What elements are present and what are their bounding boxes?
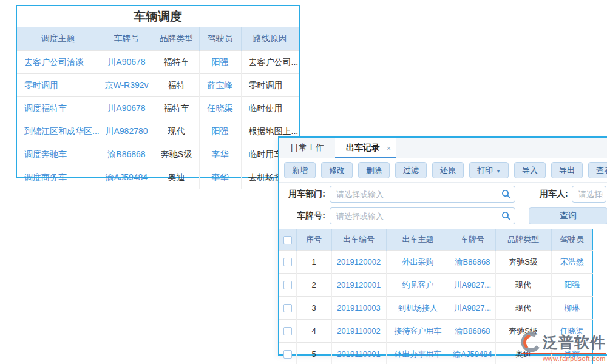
brand-cell: 奔驰S级 xyxy=(154,143,199,166)
fanpu-logo-icon xyxy=(521,332,541,352)
plate-input[interactable] xyxy=(330,207,515,224)
driver-link[interactable]: 李华 xyxy=(199,143,241,166)
close-icon[interactable]: × xyxy=(387,139,391,158)
reason-cell: 临时使用 xyxy=(241,97,299,120)
plate-link[interactable]: 川A90678 xyxy=(100,51,154,74)
table-row: 到锦江区和成华区... 川A982780 现代 阳强 根据地图上... xyxy=(17,120,299,143)
query-button[interactable]: 查询 xyxy=(529,207,607,224)
column-header-topic: 出车主题 xyxy=(386,229,450,251)
restore-button[interactable]: 还原 xyxy=(432,162,464,178)
column-header-code: 出车编号 xyxy=(331,229,386,251)
dept-input[interactable] xyxy=(330,186,515,203)
user-label: 用车人: xyxy=(540,189,568,200)
driver-link[interactable]: 薛宝峰 xyxy=(199,74,241,97)
column-header-plate: 车牌号 xyxy=(450,229,495,251)
table-row: 3 2019110003 到机场接人 川A9827... 现代 柳琳 xyxy=(279,297,593,320)
table-row: 调度商务车 渝AJ59484 奥迪 李华 去机场接... xyxy=(17,166,299,189)
row-checkbox[interactable] xyxy=(283,350,292,359)
search-icon[interactable] xyxy=(501,211,511,221)
table-row: 调度奔驰车 渝B86868 奔驰S级 李华 临时用车 xyxy=(17,143,299,166)
tab-dispatch-records[interactable]: 出车记录 × xyxy=(335,138,396,158)
brand-cell: 福特 xyxy=(154,74,199,97)
plate-link[interactable]: 川A982780 xyxy=(100,120,154,143)
row-checkbox[interactable] xyxy=(283,258,292,266)
brand-cell: 奥迪 xyxy=(154,166,199,189)
view-log-button[interactable]: 查看日志 xyxy=(588,162,607,178)
row-checkbox[interactable] xyxy=(283,281,292,289)
plate-link[interactable]: 京W-R392v xyxy=(100,74,154,97)
plate-link[interactable]: 渝B86868 xyxy=(100,143,154,166)
plate-link[interactable]: 渝AJ59484 xyxy=(100,166,154,189)
row-number: 3 xyxy=(296,297,331,320)
records-header-row: 序号 出车编号 出车主题 车牌号 品牌类型 驾驶员 xyxy=(279,229,593,251)
dispatch-table: 调度主题 车牌号 品牌类型 驾驶员 路线原因 去客户公司洽谈 川A90678 福… xyxy=(17,27,299,189)
row-number: 1 xyxy=(296,251,331,274)
record-topic-link[interactable]: 接待客户用车 xyxy=(386,320,450,343)
driver-link[interactable]: 阳强 xyxy=(199,51,241,74)
page-title: 车辆调度 xyxy=(17,6,299,27)
column-header-brand: 品牌类型 xyxy=(495,229,551,251)
dispatch-topic-link[interactable]: 调度福特车 xyxy=(17,97,100,120)
search-icon[interactable] xyxy=(501,189,511,199)
driver-link[interactable]: 柳琳 xyxy=(551,297,593,320)
filter-area: 用车部门: 用车人: 车牌号: 查询 xyxy=(279,183,607,229)
filter-button[interactable]: 过滤 xyxy=(395,162,427,178)
column-header-driver: 驾驶员 xyxy=(199,27,241,51)
record-topic-link[interactable]: 外出办事用车 xyxy=(386,343,450,364)
driver-link[interactable]: 宋浩然 xyxy=(551,251,593,274)
column-header-reason: 路线原因 xyxy=(241,27,299,51)
record-code-link[interactable]: 2019110002 xyxy=(331,320,386,343)
plate-link[interactable]: 渝B86868 xyxy=(450,320,495,343)
column-header-brand: 品牌类型 xyxy=(154,27,199,51)
import-button[interactable]: 导入 xyxy=(514,162,546,178)
row-select-cell xyxy=(279,343,296,364)
table-row: 1 2019120002 外出采购 渝B86868 奔驰S级 宋浩然 xyxy=(279,251,593,274)
table-row: 去客户公司洽谈 川A90678 福特车 阳强 去客户公司... xyxy=(17,51,299,74)
row-number: 2 xyxy=(296,274,331,297)
row-number: 4 xyxy=(296,320,331,343)
plate-link[interactable]: 川A90678 xyxy=(100,97,154,120)
row-checkbox[interactable] xyxy=(283,304,292,312)
dispatch-topic-link[interactable]: 调度商务车 xyxy=(17,166,100,189)
plate-link[interactable]: 渝B86868 xyxy=(450,251,495,274)
column-header-driver: 驾驶员 xyxy=(551,229,593,251)
dispatch-topic-link[interactable]: 零时调用 xyxy=(17,74,100,97)
record-code-link[interactable]: 2019110001 xyxy=(331,343,386,364)
dispatch-topic-link[interactable]: 到锦江区和成华区... xyxy=(17,120,100,143)
dispatch-topic-link[interactable]: 调度奔驰车 xyxy=(17,143,100,166)
print-button[interactable]: 打印▼ xyxy=(469,162,509,178)
screen: 车辆调度 调度主题 车牌号 品牌类型 驾驶员 路线原因 去客户公司洽谈 川A90… xyxy=(0,0,607,364)
reason-cell: 零时调用 xyxy=(241,74,299,97)
record-code-link[interactable]: 2019120001 xyxy=(331,274,386,297)
plate-link[interactable]: 川A9827... xyxy=(450,274,495,297)
plate-link[interactable]: 渝AJ59484 xyxy=(450,343,495,364)
column-header-no: 序号 xyxy=(296,229,331,251)
edit-button[interactable]: 修改 xyxy=(321,162,353,178)
chevron-down-icon: ▼ xyxy=(496,169,501,174)
record-code-link[interactable]: 2019120002 xyxy=(331,251,386,274)
driver-link[interactable]: 阳强 xyxy=(551,274,593,297)
dispatch-topic-link[interactable]: 去客户公司洽谈 xyxy=(17,51,100,74)
row-checkbox[interactable] xyxy=(283,327,292,335)
record-code-link[interactable]: 2019110003 xyxy=(331,297,386,320)
fanpu-watermark: 泛普软件 www.fanpusoft.com xyxy=(521,332,606,362)
driver-link[interactable]: 任晓渠 xyxy=(199,97,241,120)
driver-link[interactable]: 李华 xyxy=(199,166,241,189)
table-row: 零时调用 京W-R392v 福特 薛宝峰 零时调用 xyxy=(17,74,299,97)
delete-button[interactable]: 删除 xyxy=(358,162,390,178)
record-topic-link[interactable]: 约见客户 xyxy=(386,274,450,297)
brand-cell: 奔驰S级 xyxy=(495,251,551,274)
add-button[interactable]: 新增 xyxy=(284,162,316,178)
select-all-cell xyxy=(279,229,296,251)
export-button[interactable]: 导出 xyxy=(551,162,583,178)
tab-daily-work[interactable]: 日常工作 xyxy=(279,138,335,158)
record-topic-link[interactable]: 到机场接人 xyxy=(386,297,450,320)
record-topic-link[interactable]: 外出采购 xyxy=(386,251,450,274)
tab-label: 出车记录 xyxy=(346,143,380,152)
dispatch-header-row: 调度主题 车牌号 品牌类型 驾驶员 路线原因 xyxy=(17,27,299,51)
user-input[interactable] xyxy=(572,186,606,203)
plate-link[interactable]: 川A9827... xyxy=(450,297,495,320)
vehicle-dispatch-panel: 车辆调度 调度主题 车牌号 品牌类型 驾驶员 路线原因 去客户公司洽谈 川A90… xyxy=(16,5,300,178)
driver-link[interactable]: 阳强 xyxy=(199,120,241,143)
select-all-checkbox[interactable] xyxy=(283,236,292,244)
